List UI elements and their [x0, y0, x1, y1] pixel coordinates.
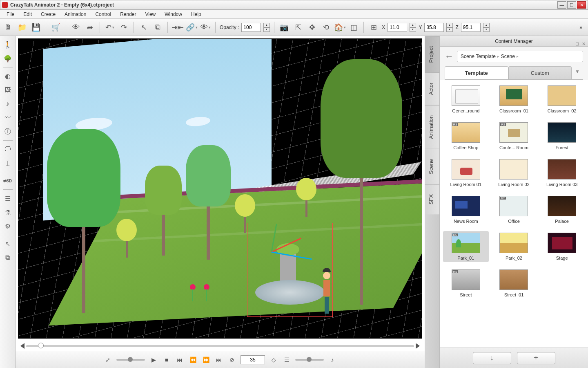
scene-item[interactable]: RSCoffee Shop	[443, 121, 489, 152]
text-tool-icon[interactable]: Ⓣ	[2, 126, 13, 137]
new-project-icon[interactable]: 🗎	[2, 22, 14, 33]
tab-animation[interactable]: Animation	[425, 105, 439, 149]
pointer-tool-icon[interactable]: ↖	[2, 238, 13, 249]
scene-item[interactable]: RSStreet	[443, 268, 489, 299]
scene-item[interactable]: Palace	[539, 194, 585, 225]
export-icon[interactable]: ➦	[84, 22, 96, 33]
scene-item[interactable]: Living Room 01	[443, 157, 489, 188]
menu-create[interactable]: Create	[37, 11, 60, 18]
opacity-spinner[interactable]: ▴▾	[263, 23, 270, 32]
orbit-icon[interactable]: ⟲	[320, 22, 332, 33]
timeline-list-icon[interactable]: ☰	[282, 355, 291, 364]
constraint-icon[interactable]: ⚙	[2, 221, 13, 231]
zoom-extents-icon[interactable]: ⇱	[292, 22, 304, 33]
add-button[interactable]: +	[517, 352, 555, 364]
scene-item[interactable]: Living Room 02	[491, 157, 537, 188]
z-input[interactable]	[461, 23, 481, 32]
scene-item[interactable]: Street_01	[491, 268, 537, 299]
toolbar-overflow-icon[interactable]: »	[579, 25, 586, 30]
menu-help[interactable]: Help	[187, 11, 205, 18]
undo-icon[interactable]: ↶	[104, 22, 116, 33]
tab-sfx[interactable]: SFX	[425, 184, 439, 214]
options-dropdown-icon[interactable]: ▼	[572, 66, 583, 79]
play-icon[interactable]: ▶	[149, 355, 158, 364]
scene-item[interactable]: Stage	[539, 231, 585, 262]
pose-tool-icon[interactable]: ⌶	[2, 158, 13, 168]
pan-icon[interactable]: ✥	[306, 22, 318, 33]
scene-item[interactable]: Gener...round	[443, 84, 489, 115]
panel-close-icon[interactable]: ✕	[582, 38, 586, 49]
layers-icon[interactable]: ☰	[2, 193, 13, 204]
last-frame-icon[interactable]: ⏭	[214, 355, 223, 364]
cart-icon[interactable]: 🛒	[50, 22, 62, 33]
tab-custom[interactable]: Custom	[508, 66, 572, 79]
scene-item[interactable]: Living Room 03	[539, 157, 585, 188]
copy-icon[interactable]: ⧉	[152, 22, 163, 33]
y-spinner[interactable]: ▴▾	[446, 23, 453, 32]
menu-window[interactable]: Window	[160, 11, 186, 18]
menu-file[interactable]: File	[2, 11, 18, 18]
flip-icon[interactable]: ⇥⇤	[172, 22, 183, 33]
waveform-tool-icon[interactable]: 〰	[2, 112, 13, 123]
rewind-icon[interactable]: ⏪	[188, 355, 197, 364]
breadcrumb[interactable]: Scene Template ▸ Scene ▸	[457, 51, 583, 62]
menu-animation[interactable]: Animation	[60, 11, 90, 18]
breadcrumb-item[interactable]: Scene Template	[461, 54, 496, 59]
visibility-icon[interactable]: 👁	[200, 22, 211, 33]
first-frame-icon[interactable]: ⏮	[175, 355, 184, 364]
viewport-3d[interactable]	[18, 38, 422, 339]
camera-icon[interactable]: 📷	[278, 22, 290, 33]
maximize-button[interactable]: ☐	[567, 1, 576, 9]
scene-item[interactable]: RSConfe... Room	[491, 121, 537, 152]
y-input[interactable]	[424, 23, 444, 32]
tab-project[interactable]: Project	[425, 36, 439, 72]
menu-view[interactable]: View	[141, 11, 160, 18]
actor-tool-icon[interactable]: 🚶	[2, 39, 13, 50]
zoom-timeline-icon[interactable]: ⤢	[103, 355, 112, 364]
screen-tool-icon[interactable]: 🖵	[2, 144, 13, 155]
audio-icon[interactable]: ♪	[328, 355, 337, 364]
physics-icon[interactable]: ⚗	[2, 207, 13, 218]
tab-scene[interactable]: Scene	[425, 149, 439, 184]
preview-icon[interactable]: 👁	[70, 22, 82, 33]
keyframe-icon[interactable]: ◇	[269, 355, 278, 364]
time-slider[interactable]	[16, 341, 425, 351]
scene-item[interactable]: News Room	[443, 194, 489, 225]
cursor-icon[interactable]: ↖	[138, 22, 149, 33]
z-spinner[interactable]: ▴▾	[483, 23, 490, 32]
zoom-slider[interactable]	[116, 359, 145, 361]
3d-toggle-icon[interactable]: ⇄3D	[2, 175, 13, 186]
perspective-icon[interactable]: ◫	[348, 22, 359, 33]
save-project-icon[interactable]: 💾	[30, 22, 42, 33]
redo-icon[interactable]: ↷	[118, 22, 129, 33]
home-icon[interactable]: 🏠	[334, 22, 345, 33]
grid-icon[interactable]: ⊞	[368, 22, 379, 33]
menu-render[interactable]: Render	[116, 11, 140, 18]
tab-actor[interactable]: Actor	[425, 72, 439, 105]
open-project-icon[interactable]: 📁	[16, 22, 28, 33]
link-icon[interactable]: 🔗	[186, 22, 197, 33]
scene-item[interactable]: Park_02	[491, 231, 537, 262]
loop-icon[interactable]: ⊘	[227, 355, 236, 364]
opacity-input[interactable]	[241, 23, 261, 32]
minimize-button[interactable]: —	[557, 1, 566, 9]
scene-item[interactable]: Classroom_02	[539, 84, 585, 115]
scene-item[interactable]: Classroom_01	[491, 84, 537, 115]
scene-item[interactable]: Forest	[539, 121, 585, 152]
pin-icon[interactable]: ⊟	[575, 38, 579, 49]
prop-tool-icon[interactable]: 🌳	[2, 53, 13, 64]
x-spinner[interactable]: ▴▾	[410, 23, 416, 32]
x-input[interactable]	[388, 23, 407, 32]
scene-item[interactable]: RSPark_01	[443, 231, 489, 262]
back-icon[interactable]: ←	[445, 51, 454, 62]
audio-tool-icon[interactable]: ♪	[2, 99, 13, 109]
face-tool-icon[interactable]: ◐	[2, 71, 13, 81]
download-button[interactable]: ↓	[473, 352, 511, 364]
image-tool-icon[interactable]: 🖼	[2, 85, 13, 95]
menu-control[interactable]: Control	[91, 11, 115, 18]
volume-slider[interactable]	[295, 359, 324, 361]
character-actor[interactable]	[318, 268, 335, 317]
stop-icon[interactable]: ■	[162, 355, 171, 364]
tab-template[interactable]: Template	[445, 66, 508, 79]
scene-item[interactable]: RSOffice	[491, 194, 537, 225]
